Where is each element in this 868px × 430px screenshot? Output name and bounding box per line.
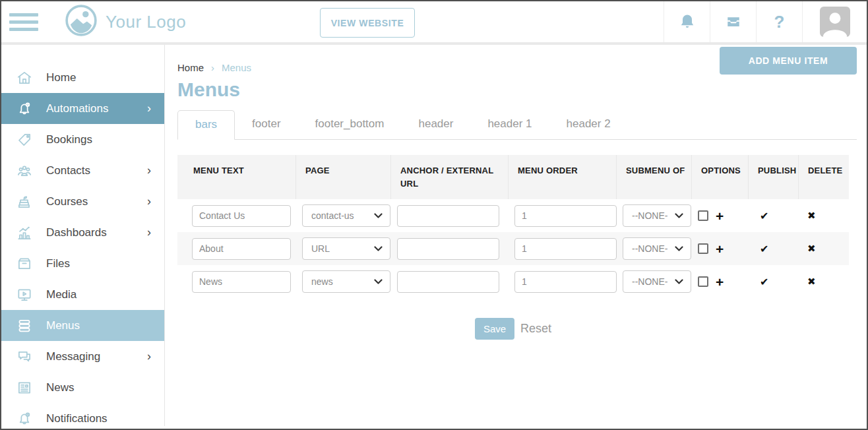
menu-text-input[interactable]: [192, 238, 291, 260]
sidebar-item-label: Contacts: [46, 164, 90, 177]
chevron-right-icon: ›: [147, 164, 151, 177]
options-checkbox[interactable]: [698, 276, 708, 287]
chevron-right-icon: ›: [147, 226, 151, 239]
hamburger-menu-icon[interactable]: [9, 7, 38, 38]
submenu-of-select[interactable]: --NONE-: [623, 270, 691, 293]
menu-tabs: bars footer footer_bottom header header …: [177, 110, 857, 140]
chevron-right-icon: ›: [147, 102, 151, 115]
options-checkbox[interactable]: [698, 210, 708, 221]
table-row: URL --NONE- + ✔ ✖: [177, 232, 849, 265]
submenu-of-select[interactable]: --NONE-: [623, 237, 691, 260]
tab-header-2[interactable]: header 2: [549, 110, 628, 139]
inbox-tray-icon[interactable]: [710, 1, 756, 42]
sidebar-item-menus[interactable]: Menus: [1, 310, 164, 341]
sidebar-item-label: News: [46, 381, 75, 394]
logo-image-icon: [65, 4, 98, 40]
column-header: ANCHOR / EXTERNAL URL: [390, 155, 508, 199]
tag-icon: [16, 131, 33, 148]
chevron-down-icon: [675, 213, 683, 219]
main-content: Home › Menus Menus ADD MENU ITEM bars fo…: [165, 45, 867, 426]
sidebar-item-label: Messaging: [46, 350, 100, 363]
sidebar-item-label: Dashboards: [46, 226, 107, 239]
sidebar-item-courses[interactable]: Courses ›: [1, 186, 164, 217]
chevron-down-icon: [675, 246, 683, 252]
sidebar: Home Automations › Bookings Contacts › C…: [1, 45, 165, 426]
sidebar-item-files[interactable]: Files: [1, 248, 164, 279]
page-select[interactable]: contact-us: [302, 204, 390, 227]
menu-order-input[interactable]: [514, 271, 617, 293]
add-menu-item-button[interactable]: ADD MENU ITEM: [720, 47, 857, 75]
tab-bars[interactable]: bars: [177, 110, 235, 140]
media-monitor-icon: [16, 286, 33, 303]
column-header: MENU TEXT: [177, 155, 295, 199]
reset-button[interactable]: Reset: [520, 322, 551, 336]
column-header: MENU ORDER: [508, 155, 616, 199]
publish-check-icon[interactable]: ✔: [755, 276, 768, 288]
menu-order-input[interactable]: [514, 205, 617, 227]
page-select[interactable]: news: [302, 270, 390, 293]
tab-footer_bottom[interactable]: footer_bottom: [298, 110, 402, 139]
column-header: SUBMENU OF: [616, 155, 691, 199]
tab-header-1[interactable]: header 1: [470, 110, 549, 139]
chevron-down-icon: [675, 279, 683, 285]
contacts-icon: [16, 162, 33, 179]
delete-x-icon[interactable]: ✖: [805, 276, 816, 288]
topbar-right: ?: [664, 1, 867, 42]
sidebar-item-contacts[interactable]: Contacts ›: [1, 155, 164, 186]
page-select-value: news: [311, 276, 333, 287]
add-option-icon[interactable]: +: [716, 209, 724, 223]
anchor-url-input[interactable]: [397, 271, 499, 293]
sidebar-item-messaging[interactable]: Messaging ›: [1, 341, 164, 372]
sidebar-item-label: Files: [46, 257, 70, 270]
table-row: news --NONE- + ✔ ✖: [177, 265, 849, 298]
submenu-of-select[interactable]: --NONE-: [623, 204, 691, 227]
page-select-value: URL: [311, 243, 330, 254]
publish-check-icon[interactable]: ✔: [755, 210, 768, 222]
sidebar-item-bookings[interactable]: Bookings: [1, 124, 164, 155]
messaging-icon: [16, 348, 33, 365]
menus-icon: [16, 317, 33, 334]
column-header: PAGE: [295, 155, 390, 199]
sidebar-item-notifications[interactable]: Notifications: [1, 403, 164, 426]
view-website-button[interactable]: VIEW WEBSITE: [320, 8, 415, 38]
anchor-url-input[interactable]: [397, 238, 499, 260]
delete-x-icon[interactable]: ✖: [805, 243, 816, 255]
avatar: [820, 7, 850, 37]
logo[interactable]: Your Logo: [65, 4, 186, 40]
sidebar-item-automations[interactable]: Automations ›: [1, 93, 164, 124]
chevron-down-icon: [374, 213, 383, 219]
dashboard-chart-icon: [16, 224, 33, 241]
avatar-cell[interactable]: [802, 1, 867, 42]
sidebar-item-label: Bookings: [46, 133, 92, 146]
news-icon: [16, 379, 33, 396]
sidebar-item-media[interactable]: Media: [1, 279, 164, 310]
help-icon[interactable]: ?: [756, 1, 802, 42]
sidebar-item-news[interactable]: News: [1, 372, 164, 403]
breadcrumb-home-link[interactable]: Home: [177, 62, 204, 73]
options-checkbox[interactable]: [698, 243, 708, 254]
sidebar-item-label: Courses: [46, 195, 88, 208]
save-button[interactable]: Save: [475, 318, 514, 340]
tab-footer[interactable]: footer: [235, 110, 297, 139]
sidebar-item-dashboards[interactable]: Dashboards ›: [1, 217, 164, 248]
table-header-row: MENU TEXTPAGEANCHOR / EXTERNAL URLMENU O…: [177, 155, 849, 199]
page-select[interactable]: URL: [302, 237, 390, 260]
column-header: PUBLISH: [748, 155, 798, 199]
add-option-icon[interactable]: +: [716, 242, 724, 256]
menu-text-input[interactable]: [192, 271, 291, 293]
chevron-right-icon: ›: [147, 350, 151, 363]
publish-check-icon[interactable]: ✔: [755, 243, 768, 255]
anchor-url-input[interactable]: [397, 205, 499, 227]
tab-header[interactable]: header: [401, 110, 470, 139]
breadcrumb-separator-icon: ›: [211, 62, 214, 73]
sidebar-item-label: Media: [46, 288, 77, 301]
submenu-of-value: --NONE-: [632, 243, 667, 254]
courses-icon: [16, 193, 33, 210]
menu-items-table: MENU TEXTPAGEANCHOR / EXTERNAL URLMENU O…: [177, 155, 849, 298]
delete-x-icon[interactable]: ✖: [805, 210, 816, 222]
add-option-icon[interactable]: +: [716, 275, 724, 289]
sidebar-item-home[interactable]: Home: [1, 62, 164, 93]
menu-text-input[interactable]: [192, 205, 291, 227]
notification-bell-icon[interactable]: [664, 1, 710, 42]
menu-order-input[interactable]: [514, 238, 617, 260]
